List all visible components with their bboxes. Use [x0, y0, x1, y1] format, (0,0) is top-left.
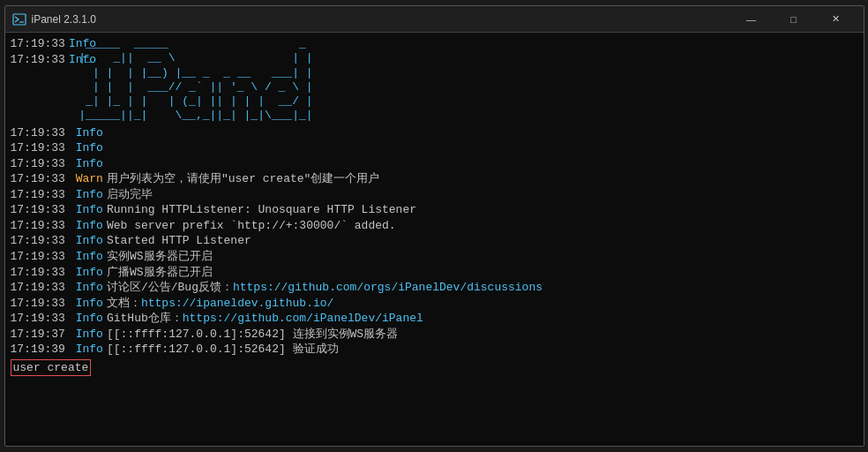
- log-level: Info: [76, 327, 103, 343]
- log-time: 17:19:37: [11, 327, 72, 343]
- log-level: Info: [76, 249, 103, 265]
- log-time: 17:19:33: [11, 296, 72, 312]
- window-title: iPanel 2.3.1.0: [32, 13, 96, 26]
- url-docs: https://ipaneldev.github.io/: [141, 297, 333, 310]
- log-time: 17:19:33: [11, 125, 72, 141]
- log-time: 17:19:33: [11, 52, 65, 68]
- titlebar: iPanel 2.3.1.0 — □ ✕: [5, 6, 864, 33]
- log-entry: 17:19:33 Warn 用户列表为空，请使用"user create"创建一…: [11, 171, 858, 187]
- close-button[interactable]: ✕: [816, 6, 857, 33]
- log-time: 17:19:33: [11, 171, 72, 187]
- log-entry: 17:19:33 Info: [11, 140, 858, 156]
- app-icon: [12, 12, 26, 26]
- log-time: 17:19:33: [11, 218, 72, 234]
- log-level: Info: [76, 125, 103, 141]
- log-entry: 17:19:33 Info 文档：https://ipaneldev.githu…: [11, 296, 858, 312]
- log-entry: 17:19:33 Info Web server prefix `http://…: [11, 218, 858, 234]
- log-entry: 17:19:33 Info: [11, 125, 858, 141]
- log-time: 17:19:33: [11, 187, 72, 203]
- log-entry: 17:19:33 Info Running HTTPListener: Unos…: [11, 202, 858, 218]
- log-entry: 17:19:33 Info 广播WS服务器已开启: [11, 265, 858, 281]
- log-level: Info: [76, 202, 103, 218]
- log-entry: 17:19:33 Info Started HTTP Listener: [11, 233, 858, 249]
- log-level: Info: [76, 140, 103, 156]
- ascii-logo: _____ _____ _ |_ _|| __ \ | | | | | |__)…: [72, 37, 858, 124]
- log-time: 17:19:33: [11, 249, 72, 265]
- log-entry: 17:19:33 Info: [11, 156, 858, 172]
- titlebar-left: iPanel 2.3.1.0: [12, 12, 96, 26]
- log-entry: 17:19:33 Info 启动完毕: [11, 187, 858, 203]
- log-level-warn: Warn: [76, 171, 103, 187]
- window-controls: — □ ✕: [731, 6, 857, 33]
- url-github: https://github.com/iPanelDev/iPanel: [183, 312, 423, 325]
- log-time: 17:19:33: [11, 280, 72, 296]
- log-time: 17:19:33: [11, 233, 72, 249]
- log-entry: 17:19:33 Info GitHub仓库：https://github.co…: [11, 311, 858, 327]
- log-time: 17:19:33: [11, 156, 72, 172]
- log-level: Info: [76, 342, 103, 358]
- log-level: Info: [76, 296, 103, 312]
- command-input[interactable]: user create: [11, 359, 92, 377]
- input-line: user create: [11, 359, 858, 377]
- log-level: Info: [76, 311, 103, 327]
- log-level: Info: [76, 218, 103, 234]
- url-discussions: https://github.com/orgs/iPanelDev/discus…: [233, 281, 542, 294]
- log-time: 17:19:39: [11, 342, 72, 358]
- log-time: 17:19:33: [11, 36, 65, 52]
- app-window: iPanel 2.3.1.0 — □ ✕ 17:19:33 Info 17:19…: [4, 5, 864, 447]
- log-time: 17:19:33: [11, 202, 72, 218]
- log-entry: 17:19:37 Info [[::ffff:127.0.0.1]:52642]…: [11, 327, 858, 343]
- log-entry: 17:19:33 Info 讨论区/公告/Bug反馈：https://githu…: [11, 280, 858, 296]
- log-time: 17:19:33: [11, 140, 72, 156]
- log-time: 17:19:33: [11, 311, 72, 327]
- log-entry: 17:19:33 Info 实例WS服务器已开启: [11, 249, 858, 265]
- log-level: Info: [76, 280, 103, 296]
- log-level: Info: [76, 187, 103, 203]
- maximize-button[interactable]: □: [774, 6, 814, 33]
- minimize-button[interactable]: —: [731, 6, 772, 33]
- log-level: Info: [76, 265, 103, 281]
- log-time: 17:19:33: [11, 265, 72, 281]
- log-level: Info: [76, 156, 103, 172]
- log-level: Info: [76, 233, 103, 249]
- log-entry: 17:19:39 Info [[::ffff:127.0.0.1]:52642]…: [11, 342, 858, 358]
- console-output: 17:19:33 Info 17:19:33 Info _____ _____ …: [5, 33, 864, 446]
